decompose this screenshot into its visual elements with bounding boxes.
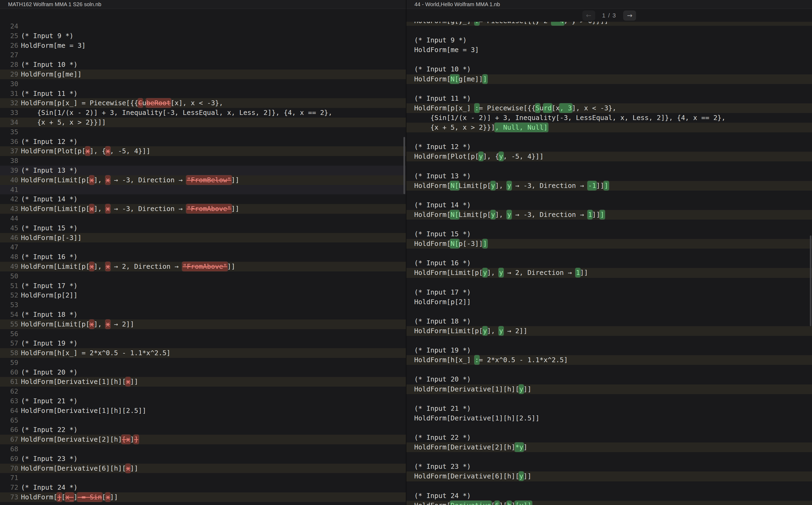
comment-line: (* Input 13 *) <box>406 171 812 181</box>
comment-line: (* Input 16 *) <box>406 258 812 268</box>
line-number: 44 <box>0 214 18 223</box>
arrow-left-icon: ← <box>586 12 591 19</box>
blank-line: 53 <box>0 300 406 310</box>
deleted-token: "FromAbove" <box>182 262 228 271</box>
line-number: 58 <box>0 348 18 358</box>
blank-line: 50 <box>0 272 406 281</box>
left-scrollbar-thumb[interactable] <box>403 137 405 194</box>
line-text: {x + 5, x > 2}}]] <box>18 118 106 127</box>
inserted-token: ] <box>599 210 604 219</box>
line-text: (* Input 20 *) <box>18 367 78 377</box>
code-line: HoldForm[Derivative[6][h][y]] <box>406 472 812 481</box>
line-text: HoldForm[Derivative[1][h][y]] <box>406 384 532 394</box>
line-text: (* Input 24 *) <box>406 491 471 501</box>
code-line: HoldForm[Derivative[6][h][y]] <box>406 501 812 505</box>
line-number: 26 <box>0 41 18 50</box>
deleted-token: j <box>57 492 62 502</box>
inserted-token: ] <box>483 239 488 248</box>
code-line: HoldForm[N[p[-3]]] <box>406 239 812 248</box>
line-number: 42 <box>0 194 18 204</box>
line-number: 73 <box>0 492 18 502</box>
comment-line: 42(* Input 14 *) <box>0 194 406 204</box>
comment-line: 25(* Input 9 *) <box>0 31 406 41</box>
code-line: HoldForm[Plot[p[y], {y, -5, 4}]] <box>406 152 812 161</box>
code-line: HoldForm[g[y_] := Piecewise[{{y^2 - 4, y… <box>406 22 812 26</box>
inserted-token: y <box>507 210 512 219</box>
blank-line <box>406 278 812 288</box>
line-text: HoldForm[Derivative[1][h][x]] <box>18 377 138 387</box>
inserted-token: , 3 <box>559 103 572 113</box>
comment-line: 36(* Input 12 *) <box>0 137 406 147</box>
blank-line: 44 <box>0 214 406 223</box>
inserted-token: Derivative <box>450 501 492 505</box>
comment-line: (* Input 15 *) <box>406 229 812 239</box>
line-text: HoldForm[N[Limit[p[y], y → -3, Direction… <box>406 210 604 220</box>
line-text: (* Input 18 *) <box>406 317 471 326</box>
blank-line: 24 <box>0 21 406 31</box>
line-number: 61 <box>0 377 18 387</box>
left-code-viewport[interactable]: 2425(* Input 9 *)26HoldForm[me = 3]2728(… <box>0 9 406 505</box>
code-line: 49HoldForm[Limit[p[x], x → 2, Direction … <box>0 262 406 272</box>
line-text: (* Input 13 *) <box>406 171 471 181</box>
inserted-token: y <box>483 326 488 336</box>
inserted-token: : <box>475 22 480 25</box>
line-text: HoldForm[Limit[p[x], x → 2, Direction → … <box>18 262 235 272</box>
comment-line: (* Input 11 *) <box>406 94 812 103</box>
comment-line: 45(* Input 15 *) <box>0 223 406 233</box>
line-text: (* Input 20 *) <box>406 374 471 384</box>
comment-line: (* Input 23 *) <box>406 462 812 472</box>
next-page-button[interactable]: → <box>623 10 636 21</box>
inserted-token: y <box>483 268 488 277</box>
line-text <box>406 84 414 94</box>
line-text: (* Input 21 *) <box>406 404 471 413</box>
code-line: 70HoldForm[Derivative[6][h][x]] <box>0 464 406 473</box>
line-number: 33 <box>0 108 18 118</box>
right-file-title: 44 - World,Hello Wolfram MMA 1.nb <box>414 1 500 8</box>
right-code-viewport[interactable]: HoldForm[g[y_] := Piecewise[{{y^2 - 4, y… <box>406 22 812 505</box>
comment-line: 63(* Input 21 *) <box>0 396 406 406</box>
line-text: (* Input 23 *) <box>406 462 471 472</box>
line-text: HoldForm[j[x_] = Sin[x]] <box>18 492 118 502</box>
code-line: HoldForm[p[x_] := Piecewise[{{Surd[x, 3]… <box>406 103 812 113</box>
inserted-token: y <box>491 210 496 219</box>
right-scrollbar-thumb[interactable] <box>810 235 811 326</box>
inserted-token: h <box>507 501 512 505</box>
deleted-token: x <box>85 146 90 156</box>
line-text: HoldForm[Limit[p[x], x → 2]] <box>18 320 134 329</box>
deleted-token: C <box>138 98 143 108</box>
line-text: HoldForm[N[p[-3]]] <box>406 239 487 248</box>
line-text <box>406 278 414 288</box>
comment-line: 72(* Input 24 *) <box>0 483 406 492</box>
code-line: 52HoldForm[p[2]] <box>0 291 406 300</box>
line-number: 35 <box>0 127 18 137</box>
line-text: {x + 5, x > 2}}], Null, Null] <box>406 123 548 132</box>
line-text <box>18 156 21 166</box>
line-text: {Sin[1/(x - 2)] + 3, Inequality[-3, Less… <box>18 108 332 118</box>
comment-line: 60(* Input 20 *) <box>0 367 406 377</box>
code-line: HoldForm[N[Limit[p[y], y → -3, Direction… <box>406 210 812 220</box>
inserted-token: y <box>499 326 504 336</box>
line-text: {Sin[1/(x - 2)] + 3, Inequality[-3, Less… <box>406 113 725 123</box>
inserted-token: 6 <box>495 501 500 505</box>
line-number: 51 <box>0 281 18 291</box>
line-number: 63 <box>0 396 18 406</box>
blank-line <box>406 132 812 142</box>
code-line: HoldForm[N[g[me]]] <box>406 74 812 84</box>
code-line: 67HoldForm[Derivative[2][h][x]] <box>0 435 406 444</box>
pager: ← 1 / 3 → <box>406 9 812 22</box>
prev-page-button[interactable]: ← <box>582 10 595 21</box>
inserted-token: N[ <box>450 181 459 190</box>
line-text <box>406 161 414 171</box>
line-text: HoldForm[g[y_] := Piecewise[{{y^2 - 4, y… <box>406 22 608 26</box>
line-text: HoldForm[p[2]] <box>406 297 471 307</box>
line-text: (* Input 14 *) <box>18 194 78 204</box>
line-text: HoldForm[Derivative[6][h][x]] <box>18 464 138 473</box>
line-text: (* Input 12 *) <box>18 137 78 147</box>
inserted-token: y <box>479 152 484 161</box>
code-line: {x + 5, x > 2}}], Null, Null] <box>406 123 812 132</box>
comment-line: 51(* Input 17 *) <box>0 281 406 291</box>
inserted-token: rd <box>543 103 552 113</box>
inserted-token: ] <box>483 74 488 84</box>
deleted-token: x <box>89 204 94 213</box>
line-text <box>18 21 21 31</box>
